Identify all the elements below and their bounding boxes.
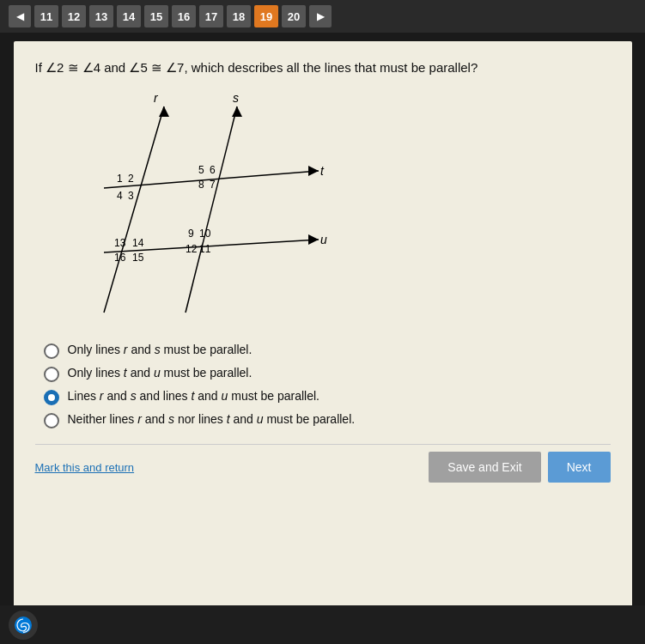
next-button[interactable]: Next	[548, 452, 611, 483]
question-text: If ∠2 ≅ ∠4 and ∠5 ≅ ∠7, which describes …	[35, 58, 611, 76]
choice-1-label: Only lines r and s must be parallel.	[68, 343, 253, 356]
geometry-diagram: r s t u 1 2 4 3 5 6	[52, 89, 344, 330]
taskbar-app-icon[interactable]	[9, 611, 38, 640]
nav-prev[interactable]: ◀	[9, 5, 31, 27]
svg-text:r: r	[154, 91, 159, 105]
svg-text:8: 8	[198, 179, 204, 191]
edge-icon	[14, 616, 33, 635]
svg-text:9: 9	[188, 228, 194, 240]
svg-text:14: 14	[132, 237, 144, 249]
radio-1[interactable]	[44, 343, 59, 359]
svg-marker-7	[308, 166, 319, 176]
choice-2-label: Only lines t and u must be parallel.	[68, 366, 253, 380]
choice-1[interactable]: Only lines r and s must be parallel.	[44, 343, 611, 359]
taskbar	[0, 605, 645, 644]
nav-13[interactable]: 13	[89, 5, 113, 27]
svg-line-3	[186, 106, 237, 313]
nav-19[interactable]: 19	[254, 5, 278, 27]
svg-text:6: 6	[210, 164, 216, 176]
svg-text:15: 15	[132, 252, 144, 264]
svg-text:16: 16	[114, 252, 126, 264]
choice-4[interactable]: Neither lines r and s nor lines t and u …	[44, 412, 611, 428]
radio-3-inner	[48, 394, 55, 401]
svg-text:11: 11	[199, 243, 211, 255]
radio-3[interactable]	[44, 390, 59, 405]
radio-2[interactable]	[44, 367, 59, 382]
svg-text:t: t	[320, 164, 325, 178]
svg-text:4: 4	[117, 190, 123, 202]
choice-3[interactable]: Lines r and s and lines t and u must be …	[44, 389, 611, 405]
svg-marker-1	[159, 106, 169, 117]
svg-marker-10	[308, 234, 319, 245]
question-nav: ◀ 11 12 13 14 15 16 17 18 19 20 ▶	[0, 0, 645, 33]
choice-2[interactable]: Only lines t and u must be parallel.	[44, 366, 611, 382]
mark-return-link[interactable]: Mark this and return	[35, 461, 135, 474]
diagram: r s t u 1 2 4 3 5 6	[52, 89, 344, 330]
svg-text:12: 12	[186, 243, 198, 255]
svg-text:13: 13	[114, 237, 126, 249]
svg-text:s: s	[233, 91, 239, 105]
nav-17[interactable]: 17	[199, 5, 223, 27]
nav-11[interactable]: 11	[34, 5, 58, 27]
nav-12[interactable]: 12	[62, 5, 86, 27]
save-exit-button[interactable]: Save and Exit	[429, 452, 540, 483]
nav-18[interactable]: 18	[227, 5, 251, 27]
svg-line-0	[104, 106, 164, 313]
choice-4-label: Neither lines r and s nor lines t and u …	[68, 412, 356, 426]
svg-text:1: 1	[117, 173, 123, 185]
nav-20[interactable]: 20	[282, 5, 306, 27]
radio-4[interactable]	[44, 413, 59, 428]
choice-3-label: Lines r and s and lines t and u must be …	[68, 389, 319, 403]
svg-text:7: 7	[210, 179, 216, 191]
svg-text:3: 3	[128, 190, 134, 202]
svg-text:2: 2	[128, 173, 134, 185]
svg-text:10: 10	[199, 228, 211, 240]
main-content: If ∠2 ≅ ∠4 and ∠5 ≅ ∠7, which describes …	[14, 41, 632, 644]
question-footer: Mark this and return Save and Exit Next	[35, 444, 611, 483]
footer-buttons: Save and Exit Next	[429, 452, 610, 483]
nav-next[interactable]: ▶	[309, 5, 332, 27]
nav-16[interactable]: 16	[172, 5, 196, 27]
nav-14[interactable]: 14	[117, 5, 141, 27]
svg-text:u: u	[320, 233, 327, 246]
svg-marker-4	[232, 106, 242, 117]
nav-15[interactable]: 15	[144, 5, 168, 27]
svg-text:5: 5	[198, 164, 204, 176]
answer-choices: Only lines r and s must be parallel. Onl…	[35, 343, 611, 428]
